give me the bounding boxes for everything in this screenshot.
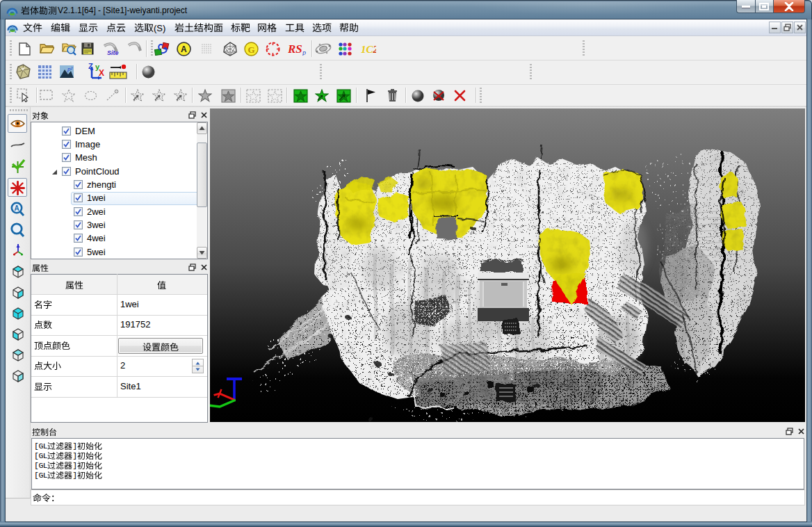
svg-text:A: A: [15, 204, 19, 212]
svg-text:Z: Z: [88, 63, 93, 70]
svg-text:p: p: [302, 49, 306, 56]
svg-text:X: X: [99, 68, 104, 78]
svg-text:Site: Site: [107, 49, 119, 56]
svg-text:A: A: [181, 44, 187, 54]
svg-text:1C2: 1C2: [361, 44, 376, 55]
svg-text:p²: p²: [67, 65, 73, 72]
svg-text:G: G: [248, 44, 255, 55]
svg-text:RS: RS: [288, 42, 302, 56]
